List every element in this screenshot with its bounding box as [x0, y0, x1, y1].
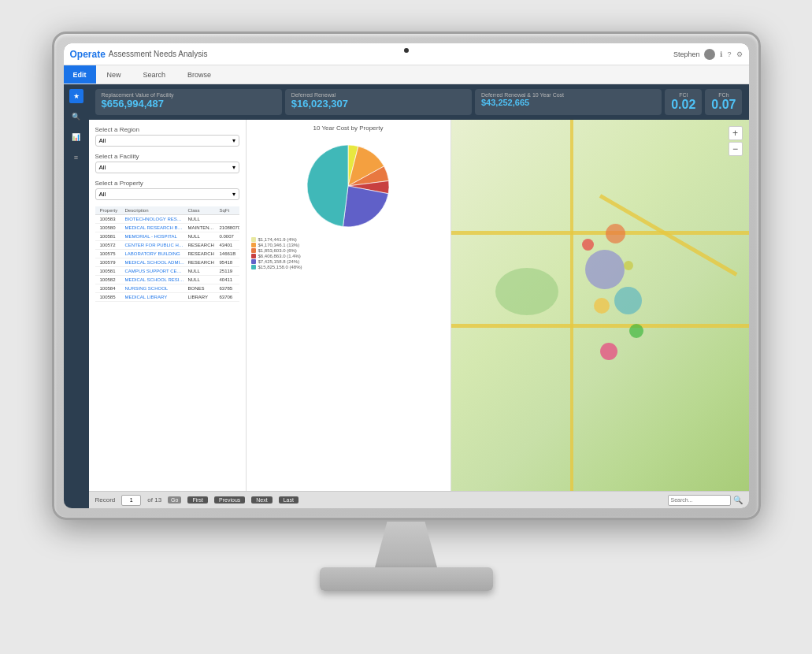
legend-dot-2: [251, 243, 256, 247]
sidebar-icon-search[interactable]: 🔍: [69, 110, 83, 124]
property-label: Select a Property: [95, 180, 239, 187]
go-button[interactable]: Go: [168, 496, 181, 504]
legend-dot-1: [251, 237, 256, 242]
map-circle-1[interactable]: [585, 250, 625, 289]
table-row[interactable]: 100585 MEDICAL LIBRARY LIBRARY 63706 10: [95, 293, 239, 302]
camera: [404, 48, 409, 53]
kpi-fci: FCI 0.02: [665, 89, 702, 115]
legend-label-5: $7,425,158.8 (24%): [258, 259, 300, 264]
map-circle-5[interactable]: [582, 239, 594, 251]
region-value: All: [99, 137, 106, 144]
pie-chart: [297, 135, 399, 237]
table-row[interactable]: 100581 CAMPUS SUPPORT CENTER NULL 25119 …: [95, 267, 239, 276]
map-circle-3[interactable]: [606, 224, 625, 243]
legend-dot-3: [251, 248, 256, 253]
monitor: Operate Assessment Needs Analysis Stephe…: [52, 32, 761, 622]
kpi-deferred-10yr: Deferred Renewal & 10 Year Cost $43,252,…: [475, 89, 662, 115]
last-button[interactable]: Last: [279, 496, 298, 504]
tab-edit[interactable]: Edit: [64, 65, 96, 84]
previous-button[interactable]: Previous: [214, 496, 245, 504]
tab-new[interactable]: New: [96, 65, 132, 84]
tab-browse[interactable]: Browse: [176, 65, 222, 84]
user-info: Stephen ℹ ? ⚙: [673, 49, 743, 60]
table-row[interactable]: 100581 MEMORIAL - HOSPITAL NULL 0.0007 6…: [95, 232, 239, 241]
sidebar-icon-menu[interactable]: ≡: [69, 150, 83, 165]
facility-label: Select a Facility: [95, 153, 239, 160]
property-chevron: ▾: [232, 191, 235, 198]
legend-label-1: $1,174,441.9 (4%): [258, 237, 297, 242]
table-row[interactable]: 100580 MEDICAL RESEARCH BUILDING MAINTEN…: [95, 224, 239, 232]
map-container: + −: [451, 120, 749, 491]
table-rows: 100583 BIOTECHNOLOGY RESEARCH CENTER NUL…: [95, 215, 239, 302]
username: Stephen: [673, 50, 700, 58]
deferred-label: Deferred Renewal: [291, 92, 465, 98]
property-filter: Select a Property All ▾: [95, 180, 239, 200]
deferred-10yr-label: Deferred Renewal & 10 Year Cost: [481, 92, 655, 98]
fci-value: 0.02: [671, 98, 695, 112]
bottom-bar: Record of 13 Go First Previous Next Last…: [89, 491, 749, 508]
table-row[interactable]: 100584 NURSING SCHOOL BONES 63785 $331.0…: [95, 284, 239, 293]
deferred-10yr-value: $43,252,665: [481, 98, 655, 107]
kpi-deferred: Deferred Renewal $16,023,307: [285, 89, 472, 115]
property-select[interactable]: All ▾: [95, 188, 239, 200]
screen: Operate Assessment Needs Analysis Stephe…: [64, 43, 749, 508]
middle-section: Select a Region All ▾ Select a Facility: [89, 120, 749, 491]
fci-label: FCI: [671, 92, 695, 98]
facility-select[interactable]: All ▾: [95, 162, 239, 173]
info-icon[interactable]: ℹ: [720, 50, 722, 58]
col-property: Property: [98, 208, 124, 213]
next-button[interactable]: Next: [251, 496, 272, 504]
legend-dot-5: [251, 259, 256, 264]
col-description: Description: [124, 208, 187, 213]
kpi-row: Replacement Value of Facility $656,994,4…: [89, 84, 749, 120]
table-row[interactable]: 100583 BIOTECHNOLOGY RESEARCH CENTER NUL…: [95, 215, 239, 224]
search-input[interactable]: [668, 495, 731, 506]
zoom-out-button[interactable]: −: [729, 142, 743, 156]
table-row[interactable]: 100572 CENTER FOR PUBLIC HEALTH RESEARCH…: [95, 241, 239, 250]
replacement-value: $656,994,487: [102, 98, 276, 110]
legend-item-5: $7,425,158.8 (24%): [251, 259, 446, 264]
sidebar-icon-chart[interactable]: 📊: [69, 130, 83, 144]
col-sqft: SqFt: [218, 208, 239, 213]
help-icon[interactable]: ?: [727, 50, 731, 58]
record-input[interactable]: [121, 495, 141, 506]
table-row[interactable]: 100575 LABORATORY BUILDING RESEARCH 1466…: [95, 250, 239, 258]
table-header: Property Description Class SqFt Deferred…: [95, 206, 239, 215]
chart-title: 10 Year Cost by Property: [251, 124, 446, 132]
map-circle-6[interactable]: [629, 324, 643, 338]
first-button[interactable]: First: [187, 496, 208, 504]
table-row[interactable]: 100579 MEDICAL SCHOOL ADMISSIONS RESEARC…: [95, 258, 239, 267]
right-content: 10 Year Cost by Property: [247, 120, 749, 491]
region-filter: Select a Region All ▾: [95, 126, 239, 147]
settings-icon[interactable]: ⚙: [736, 50, 743, 58]
region-label: Select a Region: [95, 126, 239, 133]
search-icon[interactable]: 🔍: [733, 496, 743, 504]
map-circle-4[interactable]: [594, 298, 610, 314]
kpi-fch: FCh 0.07: [705, 89, 742, 115]
table-row[interactable]: 100582 MEDICAL SCHOOL RESIDENCE HAL... N…: [95, 276, 239, 284]
map-controls: + −: [729, 126, 743, 156]
col-class: Class: [187, 208, 218, 213]
map-road-h1: [451, 231, 749, 235]
legend-label-6: $15,825,158.0 (48%): [258, 265, 302, 269]
property-value: All: [99, 191, 106, 198]
sidebar: ★ 🔍 📊 ≡: [64, 84, 89, 508]
legend-label-3: $1,853,603.0 (6%): [258, 248, 297, 253]
record-label: Record: [95, 496, 116, 504]
chart-container: 10 Year Cost by Property: [247, 120, 451, 491]
region-select[interactable]: All ▾: [95, 135, 239, 147]
map-circle-2[interactable]: [614, 287, 642, 314]
map-circle-7[interactable]: [600, 343, 617, 360]
region-chevron: ▾: [232, 137, 235, 144]
app-topbar: Operate Assessment Needs Analysis Stephe…: [64, 43, 749, 65]
replacement-label: Replacement Value of Facility: [102, 92, 276, 98]
content-area: Replacement Value of Facility $656,994,4…: [89, 84, 749, 508]
sidebar-icon-star[interactable]: ★: [69, 89, 83, 103]
map-background: [451, 120, 749, 491]
fch-value: 0.07: [711, 98, 736, 112]
legend-item-6: $15,825,158.0 (48%): [251, 265, 446, 269]
zoom-in-button[interactable]: +: [729, 126, 743, 140]
legend-item-3: $1,853,603.0 (6%): [251, 248, 446, 253]
map-circle-8[interactable]: [624, 261, 633, 270]
tab-search[interactable]: Search: [132, 65, 177, 84]
